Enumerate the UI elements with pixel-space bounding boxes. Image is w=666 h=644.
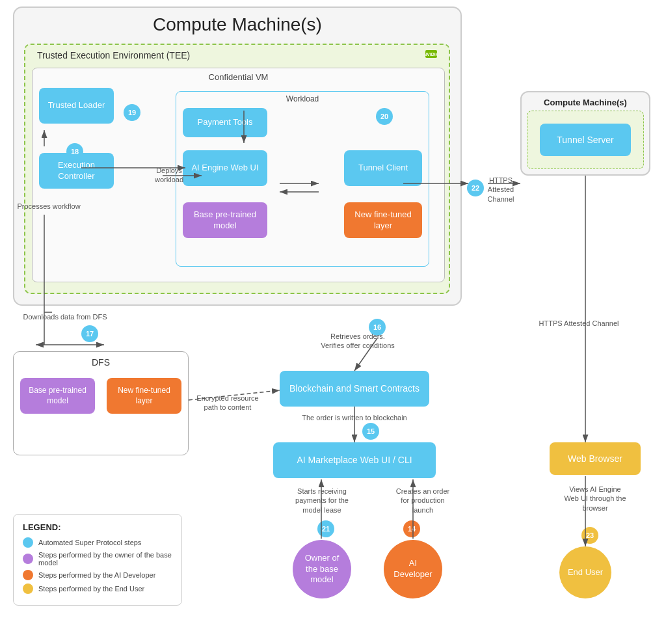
legend-label-3: Steps performed by the End User [38, 585, 144, 593]
https-attested-bottom-label: HTTPS Attested Channel [533, 319, 624, 328]
deploys-workload-label: Deploysworkload [146, 166, 192, 185]
legend-dot-3 [23, 584, 33, 594]
ai-marketplace-box: AI Marketplace Web UI / CLI [273, 442, 436, 478]
order-written-label: The order is written to blockchain [296, 413, 413, 422]
web-browser-box: Web Browser [550, 442, 641, 475]
badge-21: 21 [317, 520, 334, 537]
dfs-base-pretrained: Base pre-trained model [20, 378, 95, 414]
trusted-loader-box: Trusted Loader [39, 88, 114, 124]
tee-label: Trusted Execution Environment (TEE) [37, 50, 190, 60]
badge-17: 17 [81, 325, 98, 342]
end-user-circle: End User [559, 546, 611, 598]
svg-text:NVIDIA: NVIDIA [425, 52, 437, 57]
legend-item-3: Steps performed by the End User [23, 584, 172, 594]
compute-machine-right-title: Compute Machine(s) [522, 92, 649, 107]
legend-dot-0 [23, 537, 33, 548]
dfs-new-finetuned: New fine-tuned layer [107, 378, 181, 414]
confidential-vm: Confidential VM Trusted Loader Execution… [32, 68, 445, 282]
legend-label-1: Steps performed by the owner of the base… [38, 551, 172, 567]
confidential-vm-title: Confidential VM [33, 68, 444, 82]
ai-developer-circle: AI Developer [384, 540, 442, 598]
new-finetuned-workload-box: New fine-tuned layer [344, 202, 422, 238]
encrypted-path-label: Encrypted resourcepath to content [185, 394, 270, 412]
tunnel-server-box: Tunnel Server [540, 124, 631, 156]
legend-label-2: Steps performed by the AI Developer [38, 571, 155, 579]
legend-label-0: Automated Super Protocol steps [38, 539, 141, 546]
dfs-title: DFS [14, 352, 188, 368]
legend-item-2: Steps performed by the AI Developer [23, 570, 172, 580]
processes-workflow-label: Processes workflow [16, 202, 81, 211]
legend-item-1: Steps performed by the owner of the base… [23, 551, 172, 567]
badge-20: 20 [376, 108, 393, 125]
tunnel-client-box: Tunnel Client [344, 150, 422, 186]
badge-15: 15 [362, 423, 379, 440]
compute-machine-right: Compute Machine(s) Tunnel Server [520, 91, 650, 176]
diagram-container: Compute Machine(s) Trusted Execution Env… [0, 0, 666, 644]
badge-14: 14 [403, 520, 420, 537]
legend-dot-2 [23, 570, 33, 580]
ai-engine-web-ui-box: AI Engine Web UI [183, 150, 267, 186]
legend-item-0: Automated Super Protocol steps [23, 537, 172, 548]
legend-title: LEGEND: [23, 522, 172, 532]
badge-19: 19 [124, 104, 140, 121]
workload-box: Workload Payment Tools 20 AI Engine Web … [176, 91, 429, 267]
retrieves-orders-label: Retrieves orders.Verifies offer conditio… [315, 332, 400, 351]
legend-box: LEGEND: Automated Super Protocol steps S… [13, 514, 182, 606]
starts-receiving-label: Starts receivingpayments for themodel le… [283, 487, 361, 515]
payment-tools-box: Payment Tools [183, 108, 267, 137]
dfs-box: DFS Base pre-trained model New fine-tune… [13, 351, 189, 455]
compute-machine-right-inner: Tunnel Server [527, 111, 644, 169]
downloads-data-label: Downloads data from DFS [16, 312, 114, 321]
badge-18: 18 [66, 143, 83, 160]
owner-circle: Owner of the base model [293, 540, 351, 598]
creates-order-label: Creates an orderfor productionlaunch [384, 487, 462, 515]
tee-box: Trusted Execution Environment (TEE) NVID… [24, 44, 450, 294]
base-pretrained-workload-box: Base pre-trained model [183, 202, 267, 238]
legend-dot-1 [23, 554, 33, 564]
nvidia-logo: NVIDIA [425, 50, 437, 58]
views-ai-label: Views AI EngineWeb UI through thebrowser [546, 485, 644, 513]
compute-machine-title: Compute Machine(s) [14, 8, 460, 35]
workload-title: Workload [176, 92, 429, 103]
blockchain-box: Blockchain and Smart Contracts [280, 371, 429, 407]
badge-23: 23 [581, 527, 598, 544]
compute-machine-main: Compute Machine(s) Trusted Execution Env… [13, 7, 462, 306]
badge-22: 22 [467, 180, 484, 196]
